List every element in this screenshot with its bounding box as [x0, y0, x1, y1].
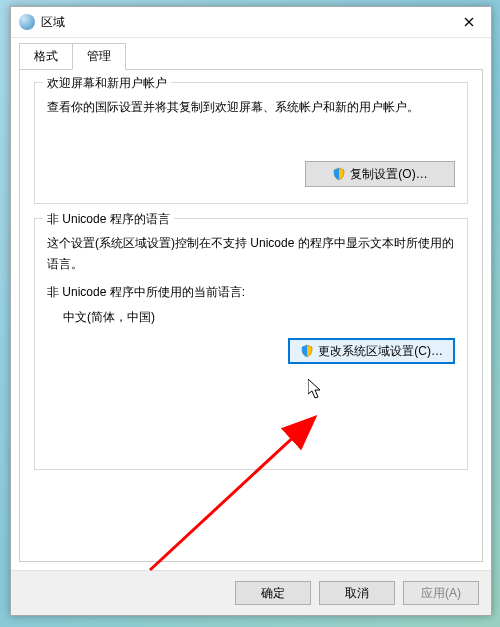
close-icon	[464, 17, 474, 27]
current-language-value: 中文(简体，中国)	[63, 309, 455, 326]
shield-icon	[300, 344, 314, 358]
group-non-unicode-desc: 这个设置(系统区域设置)控制在不支持 Unicode 的程序中显示文本时所使用的…	[47, 233, 455, 274]
change-system-locale-label: 更改系统区域设置(C)…	[318, 343, 443, 360]
dialog-title: 区域	[41, 14, 446, 31]
cancel-button[interactable]: 取消	[319, 581, 395, 605]
group-non-unicode: 非 Unicode 程序的语言 这个设置(系统区域设置)控制在不支持 Unico…	[34, 218, 468, 470]
tab-format[interactable]: 格式	[19, 43, 73, 70]
group-welcome-desc: 查看你的国际设置并将其复制到欢迎屏幕、系统帐户和新的用户帐户。	[47, 97, 455, 117]
shield-icon	[332, 167, 346, 181]
change-system-locale-button[interactable]: 更改系统区域设置(C)…	[288, 338, 455, 364]
group-welcome-title: 欢迎屏幕和新用户帐户	[43, 75, 171, 92]
ok-button[interactable]: 确定	[235, 581, 311, 605]
tab-strip: 格式 管理	[11, 38, 491, 69]
close-button[interactable]	[446, 7, 491, 37]
titlebar: 区域	[11, 7, 491, 38]
group-welcome-accounts: 欢迎屏幕和新用户帐户 查看你的国际设置并将其复制到欢迎屏幕、系统帐户和新的用户帐…	[34, 82, 468, 204]
group-non-unicode-title: 非 Unicode 程序的语言	[43, 211, 174, 228]
tab-admin[interactable]: 管理	[72, 43, 126, 70]
copy-settings-button[interactable]: 复制设置(O)…	[305, 161, 455, 187]
current-language-label: 非 Unicode 程序中所使用的当前语言:	[47, 284, 455, 301]
apply-button[interactable]: 应用(A)	[403, 581, 479, 605]
dialog-button-row: 确定 取消 应用(A)	[11, 570, 491, 615]
copy-settings-label: 复制设置(O)…	[350, 166, 427, 183]
region-dialog: 区域 格式 管理 欢迎屏幕和新用户帐户 查看你的国际设置并将其复制到欢迎屏幕、系…	[10, 6, 492, 616]
globe-icon	[19, 14, 35, 30]
tab-panel-admin: 欢迎屏幕和新用户帐户 查看你的国际设置并将其复制到欢迎屏幕、系统帐户和新的用户帐…	[19, 69, 483, 562]
